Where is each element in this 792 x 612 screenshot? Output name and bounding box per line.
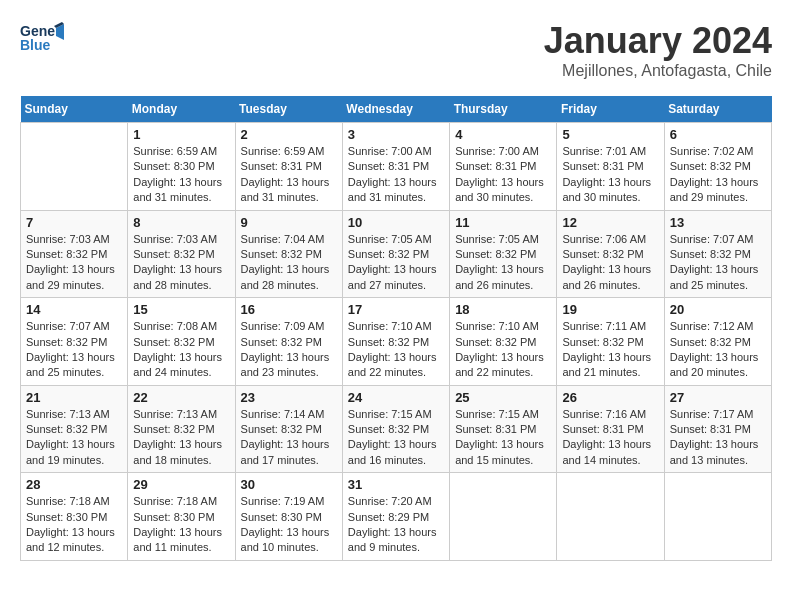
day-info: Sunrise: 7:17 AM Sunset: 8:31 PM Dayligh… — [670, 407, 766, 469]
calendar-cell: 24Sunrise: 7:15 AM Sunset: 8:32 PM Dayli… — [342, 385, 449, 473]
day-number: 7 — [26, 215, 122, 230]
day-info: Sunrise: 7:14 AM Sunset: 8:32 PM Dayligh… — [241, 407, 337, 469]
calendar-week: 21Sunrise: 7:13 AM Sunset: 8:32 PM Dayli… — [21, 385, 772, 473]
calendar-cell: 3Sunrise: 7:00 AM Sunset: 8:31 PM Daylig… — [342, 123, 449, 211]
day-number: 18 — [455, 302, 551, 317]
day-number: 10 — [348, 215, 444, 230]
calendar-week: 14Sunrise: 7:07 AM Sunset: 8:32 PM Dayli… — [21, 298, 772, 386]
day-info: Sunrise: 7:10 AM Sunset: 8:32 PM Dayligh… — [348, 319, 444, 381]
day-number: 28 — [26, 477, 122, 492]
day-number: 27 — [670, 390, 766, 405]
day-info: Sunrise: 7:03 AM Sunset: 8:32 PM Dayligh… — [133, 232, 229, 294]
day-info: Sunrise: 7:18 AM Sunset: 8:30 PM Dayligh… — [26, 494, 122, 556]
day-number: 12 — [562, 215, 658, 230]
day-number: 26 — [562, 390, 658, 405]
day-number: 15 — [133, 302, 229, 317]
calendar-title: January 2024 — [544, 20, 772, 62]
calendar-cell: 20Sunrise: 7:12 AM Sunset: 8:32 PM Dayli… — [664, 298, 771, 386]
day-number: 31 — [348, 477, 444, 492]
calendar-subtitle: Mejillones, Antofagasta, Chile — [544, 62, 772, 80]
calendar-cell: 4Sunrise: 7:00 AM Sunset: 8:31 PM Daylig… — [450, 123, 557, 211]
calendar-cell — [450, 473, 557, 561]
calendar-header: SundayMondayTuesdayWednesdayThursdayFrid… — [21, 96, 772, 123]
day-number: 13 — [670, 215, 766, 230]
calendar-cell: 6Sunrise: 7:02 AM Sunset: 8:32 PM Daylig… — [664, 123, 771, 211]
day-number: 14 — [26, 302, 122, 317]
day-info: Sunrise: 7:13 AM Sunset: 8:32 PM Dayligh… — [26, 407, 122, 469]
day-number: 4 — [455, 127, 551, 142]
calendar-cell — [21, 123, 128, 211]
day-info: Sunrise: 7:06 AM Sunset: 8:32 PM Dayligh… — [562, 232, 658, 294]
day-number: 5 — [562, 127, 658, 142]
svg-text:Blue: Blue — [20, 37, 51, 53]
day-info: Sunrise: 7:10 AM Sunset: 8:32 PM Dayligh… — [455, 319, 551, 381]
day-info: Sunrise: 7:00 AM Sunset: 8:31 PM Dayligh… — [348, 144, 444, 206]
calendar-week: 28Sunrise: 7:18 AM Sunset: 8:30 PM Dayli… — [21, 473, 772, 561]
calendar-week: 1Sunrise: 6:59 AM Sunset: 8:30 PM Daylig… — [21, 123, 772, 211]
calendar-cell: 14Sunrise: 7:07 AM Sunset: 8:32 PM Dayli… — [21, 298, 128, 386]
calendar-cell: 7Sunrise: 7:03 AM Sunset: 8:32 PM Daylig… — [21, 210, 128, 298]
logo: General Blue — [20, 20, 64, 56]
day-info: Sunrise: 7:15 AM Sunset: 8:32 PM Dayligh… — [348, 407, 444, 469]
calendar-cell: 18Sunrise: 7:10 AM Sunset: 8:32 PM Dayli… — [450, 298, 557, 386]
day-info: Sunrise: 7:00 AM Sunset: 8:31 PM Dayligh… — [455, 144, 551, 206]
day-number: 1 — [133, 127, 229, 142]
calendar-cell: 25Sunrise: 7:15 AM Sunset: 8:31 PM Dayli… — [450, 385, 557, 473]
calendar-cell: 21Sunrise: 7:13 AM Sunset: 8:32 PM Dayli… — [21, 385, 128, 473]
day-number: 16 — [241, 302, 337, 317]
day-info: Sunrise: 7:07 AM Sunset: 8:32 PM Dayligh… — [670, 232, 766, 294]
calendar-cell: 13Sunrise: 7:07 AM Sunset: 8:32 PM Dayli… — [664, 210, 771, 298]
day-info: Sunrise: 7:18 AM Sunset: 8:30 PM Dayligh… — [133, 494, 229, 556]
day-number: 30 — [241, 477, 337, 492]
calendar-cell: 17Sunrise: 7:10 AM Sunset: 8:32 PM Dayli… — [342, 298, 449, 386]
calendar-cell: 2Sunrise: 6:59 AM Sunset: 8:31 PM Daylig… — [235, 123, 342, 211]
day-info: Sunrise: 7:03 AM Sunset: 8:32 PM Dayligh… — [26, 232, 122, 294]
day-info: Sunrise: 6:59 AM Sunset: 8:30 PM Dayligh… — [133, 144, 229, 206]
calendar-cell: 19Sunrise: 7:11 AM Sunset: 8:32 PM Dayli… — [557, 298, 664, 386]
day-info: Sunrise: 7:15 AM Sunset: 8:31 PM Dayligh… — [455, 407, 551, 469]
calendar-cell: 9Sunrise: 7:04 AM Sunset: 8:32 PM Daylig… — [235, 210, 342, 298]
day-number: 3 — [348, 127, 444, 142]
day-number: 29 — [133, 477, 229, 492]
calendar-cell: 23Sunrise: 7:14 AM Sunset: 8:32 PM Dayli… — [235, 385, 342, 473]
calendar-cell: 31Sunrise: 7:20 AM Sunset: 8:29 PM Dayli… — [342, 473, 449, 561]
day-info: Sunrise: 7:05 AM Sunset: 8:32 PM Dayligh… — [455, 232, 551, 294]
weekday-header: Saturday — [664, 96, 771, 123]
day-info: Sunrise: 7:04 AM Sunset: 8:32 PM Dayligh… — [241, 232, 337, 294]
day-info: Sunrise: 7:12 AM Sunset: 8:32 PM Dayligh… — [670, 319, 766, 381]
day-number: 24 — [348, 390, 444, 405]
weekday-header: Monday — [128, 96, 235, 123]
logo-icon: General Blue — [20, 20, 64, 56]
day-info: Sunrise: 7:01 AM Sunset: 8:31 PM Dayligh… — [562, 144, 658, 206]
calendar-cell: 12Sunrise: 7:06 AM Sunset: 8:32 PM Dayli… — [557, 210, 664, 298]
day-info: Sunrise: 6:59 AM Sunset: 8:31 PM Dayligh… — [241, 144, 337, 206]
day-info: Sunrise: 7:08 AM Sunset: 8:32 PM Dayligh… — [133, 319, 229, 381]
day-number: 19 — [562, 302, 658, 317]
calendar-cell: 10Sunrise: 7:05 AM Sunset: 8:32 PM Dayli… — [342, 210, 449, 298]
day-number: 25 — [455, 390, 551, 405]
day-number: 8 — [133, 215, 229, 230]
day-info: Sunrise: 7:16 AM Sunset: 8:31 PM Dayligh… — [562, 407, 658, 469]
calendar-cell: 29Sunrise: 7:18 AM Sunset: 8:30 PM Dayli… — [128, 473, 235, 561]
calendar-cell: 11Sunrise: 7:05 AM Sunset: 8:32 PM Dayli… — [450, 210, 557, 298]
calendar-cell: 1Sunrise: 6:59 AM Sunset: 8:30 PM Daylig… — [128, 123, 235, 211]
day-info: Sunrise: 7:11 AM Sunset: 8:32 PM Dayligh… — [562, 319, 658, 381]
calendar-cell: 30Sunrise: 7:19 AM Sunset: 8:30 PM Dayli… — [235, 473, 342, 561]
weekday-header: Tuesday — [235, 96, 342, 123]
day-number: 20 — [670, 302, 766, 317]
day-info: Sunrise: 7:07 AM Sunset: 8:32 PM Dayligh… — [26, 319, 122, 381]
day-info: Sunrise: 7:09 AM Sunset: 8:32 PM Dayligh… — [241, 319, 337, 381]
calendar-cell: 28Sunrise: 7:18 AM Sunset: 8:30 PM Dayli… — [21, 473, 128, 561]
calendar-cell: 8Sunrise: 7:03 AM Sunset: 8:32 PM Daylig… — [128, 210, 235, 298]
page-header: General Blue January 2024 Mejillones, An… — [20, 20, 772, 80]
calendar-cell: 22Sunrise: 7:13 AM Sunset: 8:32 PM Dayli… — [128, 385, 235, 473]
day-info: Sunrise: 7:05 AM Sunset: 8:32 PM Dayligh… — [348, 232, 444, 294]
weekday-header: Friday — [557, 96, 664, 123]
day-number: 9 — [241, 215, 337, 230]
title-section: January 2024 Mejillones, Antofagasta, Ch… — [544, 20, 772, 80]
calendar-week: 7Sunrise: 7:03 AM Sunset: 8:32 PM Daylig… — [21, 210, 772, 298]
day-number: 6 — [670, 127, 766, 142]
weekday-header: Sunday — [21, 96, 128, 123]
day-info: Sunrise: 7:19 AM Sunset: 8:30 PM Dayligh… — [241, 494, 337, 556]
calendar-table: SundayMondayTuesdayWednesdayThursdayFrid… — [20, 96, 772, 561]
